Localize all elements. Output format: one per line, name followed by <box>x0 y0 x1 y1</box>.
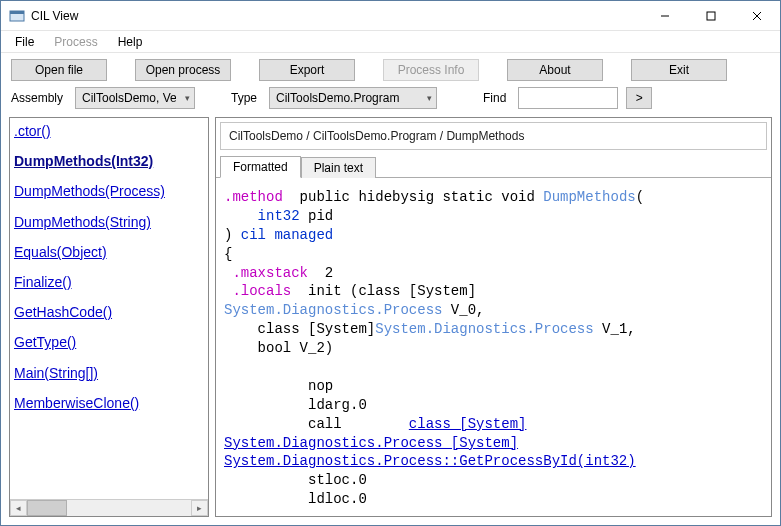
tab-formatted[interactable]: Formatted <box>220 156 301 178</box>
type-combo-value: CilToolsDemo.Program <box>276 91 418 105</box>
horizontal-scrollbar[interactable]: ◂ ▸ <box>10 499 208 516</box>
type-label: Type <box>231 91 261 105</box>
open-file-button[interactable]: Open file <box>11 59 107 81</box>
find-go-button[interactable]: > <box>626 87 652 109</box>
tabs: Formatted Plain text <box>216 154 771 178</box>
code-view[interactable]: .method public hidebysig static void Dum… <box>216 178 771 516</box>
svg-rect-3 <box>707 12 715 20</box>
window-title: CIL View <box>31 9 78 23</box>
exit-button[interactable]: Exit <box>631 59 727 81</box>
scroll-thumb[interactable] <box>27 500 67 516</box>
close-button[interactable] <box>734 1 780 30</box>
svg-rect-1 <box>10 11 24 14</box>
method-list[interactable]: .ctor()DumpMethods(Int32)DumpMethods(Pro… <box>10 118 208 499</box>
breadcrumb: CilToolsDemo / CilToolsDemo.Program / Du… <box>220 122 767 150</box>
scroll-right-arrow[interactable]: ▸ <box>191 500 208 516</box>
process-info-button: Process Info <box>383 59 479 81</box>
method-link[interactable]: DumpMethods(Process) <box>14 182 206 200</box>
chevron-down-icon: ▾ <box>427 93 432 103</box>
export-button[interactable]: Export <box>259 59 355 81</box>
app-icon <box>9 8 25 24</box>
method-link[interactable]: GetHashCode() <box>14 303 206 321</box>
method-link[interactable]: Finalize() <box>14 273 206 291</box>
menu-file[interactable]: File <box>7 33 42 51</box>
assembly-label: Assembly <box>11 91 67 105</box>
tab-plain-text[interactable]: Plain text <box>301 157 376 178</box>
open-process-button[interactable]: Open process <box>135 59 231 81</box>
method-link[interactable]: DumpMethods(String) <box>14 213 206 231</box>
scroll-track[interactable] <box>27 500 191 516</box>
menubar: File Process Help <box>1 31 780 53</box>
method-link[interactable]: Equals(Object) <box>14 243 206 261</box>
assembly-combo-value: CilToolsDemo, Version=1 <box>82 91 176 105</box>
filterbar: Assembly CilToolsDemo, Version=1 ▾ Type … <box>1 83 780 117</box>
menu-process[interactable]: Process <box>46 33 105 51</box>
menu-help[interactable]: Help <box>110 33 151 51</box>
find-label: Find <box>483 91 510 105</box>
method-link[interactable]: .ctor() <box>14 122 206 140</box>
minimize-button[interactable] <box>642 1 688 30</box>
type-combo[interactable]: CilToolsDemo.Program ▾ <box>269 87 437 109</box>
method-link[interactable]: DumpMethods(Int32) <box>14 152 206 170</box>
method-list-panel: .ctor()DumpMethods(Int32)DumpMethods(Pro… <box>9 117 209 517</box>
method-link[interactable]: Main(String[]) <box>14 364 206 382</box>
about-button[interactable]: About <box>507 59 603 81</box>
method-link[interactable]: GetType() <box>14 333 206 351</box>
content: .ctor()DumpMethods(Int32)DumpMethods(Pro… <box>1 117 780 525</box>
scroll-left-arrow[interactable]: ◂ <box>10 500 27 516</box>
code-panel: CilToolsDemo / CilToolsDemo.Program / Du… <box>215 117 772 517</box>
find-input[interactable] <box>518 87 618 109</box>
titlebar: CIL View <box>1 1 780 31</box>
assembly-combo[interactable]: CilToolsDemo, Version=1 ▾ <box>75 87 195 109</box>
method-link[interactable]: MemberwiseClone() <box>14 394 206 412</box>
maximize-button[interactable] <box>688 1 734 30</box>
toolbar: Open file Open process Export Process In… <box>1 53 780 83</box>
chevron-down-icon: ▾ <box>185 93 190 103</box>
